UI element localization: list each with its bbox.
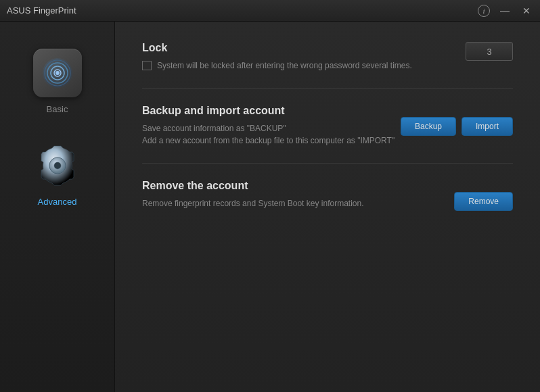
content-panel: Lock System will be locked after enterin… bbox=[115, 22, 540, 392]
title-bar-left: ASUS FingerPrint bbox=[7, 5, 76, 16]
lock-title: Lock bbox=[142, 42, 466, 54]
lock-right: 3 bbox=[466, 42, 513, 61]
lock-counter[interactable]: 3 bbox=[466, 42, 513, 61]
sidebar-item-basic-label: Basic bbox=[47, 104, 68, 114]
gear-icon bbox=[33, 141, 82, 190]
close-button[interactable]: ✕ bbox=[520, 4, 533, 18]
sidebar-item-advanced[interactable]: Advanced bbox=[14, 134, 102, 214]
sidebar-item-advanced-label: Advanced bbox=[38, 197, 77, 207]
lock-section-inner: Lock System will be locked after enterin… bbox=[142, 42, 513, 72]
info-button[interactable]: i bbox=[478, 5, 490, 17]
backup-section-inner: Backup and import account Save account i… bbox=[142, 105, 513, 147]
minimize-button[interactable]: — bbox=[498, 4, 512, 18]
backup-btn-group: Backup Import bbox=[401, 117, 513, 136]
sidebar: Basic bbox=[0, 22, 115, 392]
title-bar: ASUS FingerPrint i — ✕ bbox=[0, 0, 540, 22]
remove-section: Remove the account Remove fingerprint re… bbox=[142, 180, 513, 227]
title-bar-right: i — ✕ bbox=[478, 4, 533, 18]
svg-point-3 bbox=[54, 162, 61, 169]
remove-right: Remove bbox=[454, 180, 513, 211]
svg-point-1 bbox=[55, 71, 60, 75]
remove-title: Remove the account bbox=[142, 180, 454, 192]
main-content: Basic bbox=[0, 22, 540, 392]
remove-left: Remove the account Remove fingerprint re… bbox=[142, 180, 454, 210]
backup-section: Backup and import account Save account i… bbox=[142, 105, 513, 164]
remove-section-inner: Remove the account Remove fingerprint re… bbox=[142, 180, 513, 211]
lock-section: Lock System will be locked after enterin… bbox=[142, 42, 513, 89]
lock-checkbox-label: System will be locked after entering the… bbox=[157, 59, 412, 72]
sidebar-item-basic[interactable]: Basic bbox=[14, 42, 102, 121]
lock-checkbox-row: System will be locked after entering the… bbox=[142, 59, 466, 72]
lock-checkbox[interactable] bbox=[142, 61, 152, 70]
backup-desc: Save account information as "BACKUP" Add… bbox=[142, 122, 401, 147]
lock-left: Lock System will be locked after enterin… bbox=[142, 42, 466, 72]
backup-title: Backup and import account bbox=[142, 105, 401, 117]
fingerprint-icon bbox=[33, 49, 82, 97]
remove-desc: Remove fingerprint records and System Bo… bbox=[142, 197, 426, 210]
backup-right: Backup Import bbox=[401, 105, 513, 136]
remove-button[interactable]: Remove bbox=[454, 192, 513, 211]
import-button[interactable]: Import bbox=[462, 117, 513, 136]
backup-left: Backup and import account Save account i… bbox=[142, 105, 401, 147]
backup-button[interactable]: Backup bbox=[401, 117, 456, 136]
app-title: ASUS FingerPrint bbox=[7, 5, 76, 16]
